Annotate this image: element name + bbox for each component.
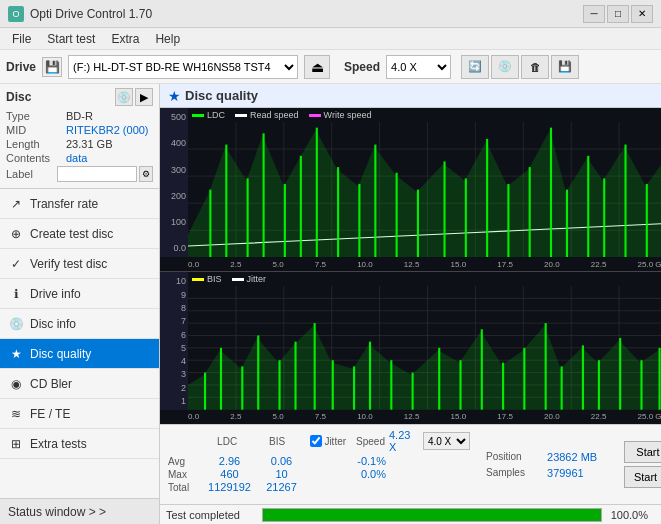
chart-svg-top [188,122,661,257]
disc-label-key: Label [6,168,57,180]
title-bar: O Opti Drive Control 1.70 ─ □ ✕ [0,0,661,28]
cd-bler-label: CD Bler [30,377,72,391]
position-value: 23862 MB [547,451,597,463]
app-title: Opti Drive Control 1.70 [30,7,152,21]
max-bis: 10 [259,468,304,480]
menu-help[interactable]: Help [147,30,188,48]
eject-button[interactable]: ⏏ [304,55,330,79]
transfer-rate-label: Transfer rate [30,197,98,211]
content-area: ★ Disc quality LDC Read speed [160,84,661,524]
menu-extra[interactable]: Extra [103,30,147,48]
legend-ldc: LDC [192,110,225,120]
stats-right: Position 23862 MB Samples 379961 [478,425,618,504]
drive-info-icon: ℹ [8,286,24,302]
nav-menu: ↗ Transfer rate ⊕ Create test disc ✓ Ver… [0,189,159,498]
disc-info-icon: 💿 [8,316,24,332]
avg-label: Avg [168,456,200,467]
speed-label: Speed [344,60,380,74]
fe-te-icon: ≋ [8,406,24,422]
start-part-button[interactable]: Start part [624,466,661,488]
max-ldc: 460 [202,468,257,480]
status-window-btn[interactable]: Status window > > [0,498,159,524]
disc-type-key: Type [6,110,66,122]
stats-table: LDC BIS Jitter Speed 4.23 X 4.0 X [160,425,478,504]
disc-icon-2[interactable]: ▶ [135,88,153,106]
nav-item-drive-info[interactable]: ℹ Drive info [0,279,159,309]
speed-header: Speed [356,436,385,447]
drive-select[interactable]: (F:) HL-DT-ST BD-RE WH16NS58 TST4 [68,55,298,79]
nav-item-create-test-disc[interactable]: ⊕ Create test disc [0,219,159,249]
toolbar-btn-1[interactable]: 🔄 [461,55,489,79]
speed-select-stats[interactable]: 4.0 X [423,432,470,450]
extra-tests-label: Extra tests [30,437,87,451]
ldc-header: LDC [201,436,254,447]
disc-contents-key: Contents [6,152,66,164]
position-label: Position [486,451,541,462]
avg-jitter: -0.1% [306,455,386,467]
progress-time: 33:18 [654,509,661,521]
create-test-disc-icon: ⊕ [8,226,24,242]
status-text: Test completed [166,509,256,521]
disc-header-text: Disc [6,90,31,104]
transfer-rate-icon: ↗ [8,196,24,212]
legend-bis: BIS [192,274,222,284]
avg-bis: 0.06 [259,455,304,467]
x-axis-top: 0.0 2.5 5.0 7.5 10.0 12.5 15.0 17.5 20.0… [188,257,661,271]
disc-label-btn[interactable]: ⚙ [139,166,153,182]
fe-te-label: FE / TE [30,407,70,421]
nav-item-fe-te[interactable]: ≋ FE / TE [0,399,159,429]
sidebar: Disc 💿 ▶ Type BD-R MID RITEKBR2 (000) Le… [0,84,160,524]
nav-item-disc-info[interactable]: 💿 Disc info [0,309,159,339]
disc-label-input[interactable] [57,166,137,182]
progress-percent: 100.0% [608,509,648,521]
progress-bar-outer [262,508,602,522]
menu-bar: File Start test Extra Help [0,28,661,50]
content-header-title: Disc quality [185,88,258,103]
stats-section: LDC BIS Jitter Speed 4.23 X 4.0 X [160,424,661,504]
menu-file[interactable]: File [4,30,39,48]
legend-read-speed: Read speed [235,110,299,120]
charts-wrapper: LDC Read speed Write speed 500 400 300 [160,108,661,424]
nav-item-disc-quality[interactable]: ★ Disc quality [0,339,159,369]
drive-icon: 💾 [42,57,62,77]
disc-length-key: Length [6,138,66,150]
nav-item-verify-test-disc[interactable]: ✓ Verify test disc [0,249,159,279]
create-test-disc-label: Create test disc [30,227,113,241]
start-buttons: Start full Start part [618,425,661,504]
jitter-checkbox-area: Jitter [310,435,346,447]
x-axis-bottom: 0.0 2.5 5.0 7.5 10.0 12.5 15.0 17.5 20.0… [188,410,661,424]
chart-top-legend: LDC Read speed Write speed [192,110,371,120]
minimize-button[interactable]: ─ [583,5,605,23]
disc-icon-1[interactable]: 💿 [115,88,133,106]
disc-info-label: Disc info [30,317,76,331]
chart-bottom: BIS Jitter 10 9 8 7 6 5 4 3 [160,272,661,424]
toolbar-btn-2[interactable]: 💿 [491,55,519,79]
menu-start-test[interactable]: Start test [39,30,103,48]
nav-item-extra-tests[interactable]: ⊞ Extra tests [0,429,159,459]
jitter-header: Jitter [324,436,346,447]
close-button[interactable]: ✕ [631,5,653,23]
maximize-button[interactable]: □ [607,5,629,23]
toolbar-btn-3[interactable]: 🗑 [521,55,549,79]
app-icon: O [8,6,24,22]
samples-value: 379961 [547,467,584,479]
verify-test-disc-label: Verify test disc [30,257,107,271]
extra-tests-icon: ⊞ [8,436,24,452]
disc-type-val: BD-R [66,110,93,122]
toolbar-btn-4[interactable]: 💾 [551,55,579,79]
jitter-checkbox[interactable] [310,435,322,447]
samples-label: Samples [486,467,541,478]
speed-select[interactable]: 4.0 X [386,55,451,79]
bis-header: BIS [256,436,299,447]
drive-label: Drive [6,60,36,74]
nav-item-cd-bler[interactable]: ◉ CD Bler [0,369,159,399]
nav-item-transfer-rate[interactable]: ↗ Transfer rate [0,189,159,219]
chart-svg-bottom [188,286,661,410]
y-axis-bottom-left: 10 9 8 7 6 5 4 3 2 1 [160,272,188,410]
max-jitter: 0.0% [306,468,386,480]
total-bis: 21267 [259,481,304,493]
disc-mid-val: RITEKBR2 (000) [66,124,149,136]
start-full-button[interactable]: Start full [624,441,661,463]
total-ldc: 1129192 [202,481,257,493]
disc-mid-key: MID [6,124,66,136]
